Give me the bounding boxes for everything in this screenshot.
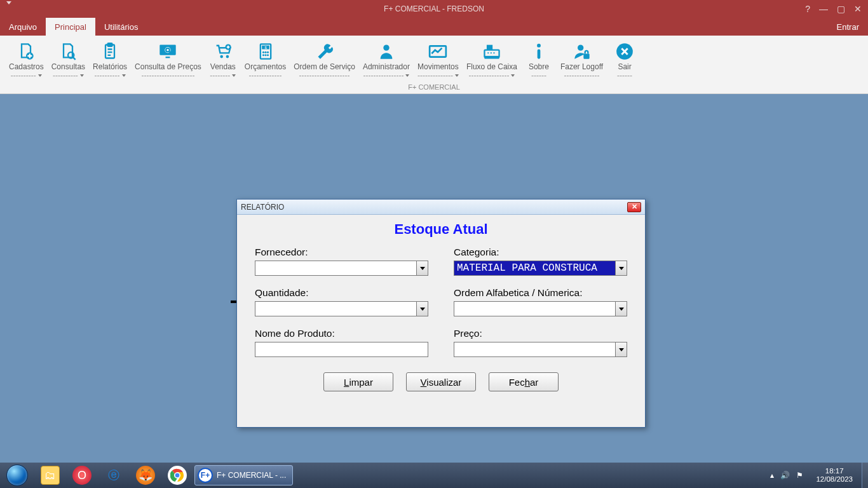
input-quantidade[interactable]: [255, 302, 416, 316]
show-desktop-button[interactable]: [862, 463, 868, 488]
ribbon-item-dashes[interactable]: --------: [210, 71, 236, 80]
dropdown-button[interactable]: [416, 302, 428, 316]
tray-volume-icon[interactable]: 🔊: [780, 471, 790, 480]
fechar-button[interactable]: Fechar: [489, 372, 559, 391]
minimize-icon[interactable]: —: [819, 4, 828, 14]
ribbon-item-relat-rios[interactable]: Relatórios----------: [89, 39, 131, 81]
input-categoria[interactable]: [454, 261, 615, 275]
svg-rect-23: [484, 56, 499, 59]
input-fornecedor[interactable]: [255, 261, 416, 275]
chevron-down-icon: [80, 74, 84, 77]
ribbon-item-fluxo-de-caixa[interactable]: Fluxo de Caixa----------------: [463, 39, 521, 81]
pinned-opera[interactable]: O: [66, 463, 98, 488]
ribbon-item-movimentos[interactable]: Movimentos--------------: [414, 39, 463, 81]
cart-icon: [214, 41, 233, 62]
visualizar-button[interactable]: Visualizar: [406, 372, 476, 391]
qat-caret-icon[interactable]: [6, 4, 11, 13]
dialog-titlebar[interactable]: RELATÓRIO ✕: [237, 200, 645, 215]
combo-ordem[interactable]: [454, 301, 627, 316]
ribbon-item-label: Consulta de Preços: [135, 62, 201, 71]
ribbon-item-ordem-de-servi-o[interactable]: Ordem de Serviço--------------------: [290, 39, 359, 81]
dropdown-button[interactable]: [416, 261, 428, 275]
chevron-down-icon: [455, 74, 459, 77]
input-ordem[interactable]: [454, 302, 615, 316]
dropdown-button[interactable]: [615, 342, 627, 356]
tab-arquivo[interactable]: Arquivo: [0, 18, 46, 36]
person-icon: [377, 41, 395, 62]
user-lock-icon: [573, 41, 591, 62]
window-title: F+ COMERCIAL - FREDSON: [384, 4, 484, 13]
svg-point-14: [264, 51, 266, 53]
ribbon-item-consultas[interactable]: Consultas----------: [48, 39, 89, 81]
info-icon: [531, 41, 546, 62]
ribbon-item-cadastros[interactable]: Cadastros----------: [5, 39, 48, 81]
ribbon-item-label: Administrador: [363, 62, 410, 71]
ribbon-item-dashes: ------: [531, 71, 546, 80]
chevron-down-icon: [511, 74, 515, 77]
ribbon-item-label: Fazer Logoff: [560, 62, 603, 71]
search-doc-icon: [59, 41, 77, 62]
quick-access-toolbar[interactable]: [0, 4, 38, 13]
limpar-button[interactable]: Limpar: [323, 372, 393, 391]
workspace: SISTEMA DE GERENCIAMENTO COMERCIAL www.f…: [0, 94, 868, 463]
taskbar-app-label: F+ COMERCIAL - ...: [217, 471, 286, 480]
entrar-link[interactable]: Entrar: [828, 18, 868, 36]
combo-preco[interactable]: [454, 342, 627, 357]
ribbon-item-sair[interactable]: Sair------: [607, 39, 642, 81]
ribbon-item-sobre[interactable]: Sobre------: [521, 39, 557, 81]
help-icon[interactable]: ?: [805, 4, 810, 14]
maximize-icon[interactable]: ▢: [837, 4, 845, 14]
system-tray[interactable]: ▴ 🔊 ⚑ 18:17 12/08/2023: [764, 467, 862, 484]
pinned-firefox[interactable]: 🦊: [130, 463, 161, 488]
tray-chevron-icon[interactable]: ▴: [770, 471, 774, 480]
tab-utilitarios[interactable]: Utilitários: [95, 18, 147, 36]
pinned-ie[interactable]: ⓔ: [98, 463, 130, 488]
ribbon-item-dashes[interactable]: ----------: [95, 71, 126, 80]
chevron-down-icon: [122, 74, 126, 77]
svg-point-16: [262, 54, 264, 56]
ribbon-item-label: Consultas: [51, 62, 85, 71]
ribbon-item-dashes: -------------: [249, 71, 282, 80]
chevron-down-icon: [420, 267, 425, 270]
svg-point-18: [266, 54, 268, 56]
dialog-close-button[interactable]: ✕: [627, 202, 641, 212]
pinned-chrome[interactable]: [161, 463, 193, 488]
pinned-explorer[interactable]: 🗂: [34, 463, 66, 488]
input-nome-produto[interactable]: [255, 342, 428, 356]
input-preco[interactable]: [454, 342, 615, 356]
tab-principal[interactable]: Principal: [46, 18, 95, 36]
dropdown-button[interactable]: [615, 302, 627, 316]
combo-categoria[interactable]: [454, 261, 627, 276]
ribbon-item-dashes: ---------------------: [142, 71, 195, 80]
combo-fornecedor[interactable]: [255, 261, 428, 276]
tray-action-center-icon[interactable]: ⚑: [796, 471, 803, 480]
ribbon-item-administrador[interactable]: Administrador----------------: [359, 39, 414, 81]
ribbon-item-dashes[interactable]: ----------: [53, 71, 84, 80]
ribbon-item-vendas[interactable]: Vendas--------: [205, 39, 241, 81]
dialog-title-text: RELATÓRIO: [241, 203, 284, 212]
dropdown-button[interactable]: [615, 261, 627, 275]
ribbon-item-dashes[interactable]: ----------: [11, 71, 42, 80]
svg-point-8: [226, 55, 229, 58]
ribbon-item-label: Vendas: [210, 62, 236, 71]
ribbon-item-label: Sobre: [529, 62, 549, 71]
svg-rect-3: [108, 43, 112, 46]
ribbon-item-or-amentos[interactable]: $Orçamentos-------------: [241, 39, 290, 81]
taskbar-clock[interactable]: 18:17 12/08/2023: [810, 467, 859, 484]
combo-quantidade[interactable]: [255, 301, 428, 316]
dialog-relatorio: RELATÓRIO ✕ Estoque Atual Fornecedor: Ca…: [236, 199, 646, 428]
taskbar-app-button[interactable]: F+ F+ COMERCIAL - ...: [194, 465, 293, 485]
start-button[interactable]: [0, 463, 34, 488]
ribbon: Cadastros----------Consultas----------Re…: [0, 36, 868, 94]
close-icon[interactable]: ✕: [854, 4, 862, 14]
ribbon-item-consulta-de-pre-os[interactable]: Consulta de Preços---------------------: [131, 39, 205, 81]
ribbon-item-fazer-logoff[interactable]: Fazer Logoff--------------: [557, 39, 607, 81]
field-ordem: Ordem Alfabetica / Númerica:: [454, 287, 627, 316]
calc-money-icon: $: [257, 41, 275, 62]
ribbon-item-dashes[interactable]: ----------------: [363, 71, 409, 80]
firefox-icon: 🦊: [136, 466, 155, 485]
ribbon-item-dashes[interactable]: ----------------: [468, 71, 515, 80]
textbox-nome-produto[interactable]: [255, 342, 428, 357]
chevron-down-icon: [405, 74, 409, 77]
ribbon-item-dashes[interactable]: --------------: [417, 71, 459, 80]
